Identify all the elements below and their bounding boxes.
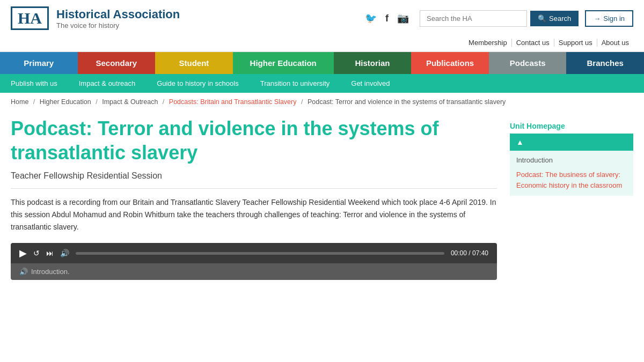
org-tagline: The voice for history — [56, 21, 180, 29]
audio-time-sep: / — [469, 249, 472, 257]
sign-in-icon: → — [594, 14, 601, 23]
nav-historian[interactable]: Historian — [334, 52, 412, 74]
sidebar-toggle-button[interactable]: ▲ — [510, 134, 633, 151]
breadcrumb-sep-3: / — [163, 98, 164, 106]
search-btn-label: Search — [549, 14, 571, 23]
search-area: 🔍 Search → Sign in — [420, 10, 633, 27]
logo-text: HA — [18, 9, 42, 27]
breadcrumb: Home / Higher Education / Impact & Outre… — [0, 93, 644, 111]
nav-student[interactable]: Student — [155, 52, 233, 74]
header: HA Historical Association The voice for … — [0, 0, 644, 52]
breadcrumb-sep-4: / — [301, 98, 303, 106]
utility-about[interactable]: About us — [597, 39, 633, 47]
sub-nav-transition[interactable]: Transition to university — [250, 74, 341, 93]
breadcrumb-higher-ed[interactable]: Higher Education — [40, 98, 91, 106]
chevron-up-icon: ▲ — [516, 138, 524, 146]
sign-in-button[interactable]: → Sign in — [585, 10, 633, 27]
page-subtitle: Teacher Fellowship Residential Session — [11, 171, 497, 189]
main-content: Podcast: Terror and violence in the syst… — [11, 116, 497, 280]
sub-nav-impact[interactable]: Impact & outreach — [68, 74, 147, 93]
facebook-icon[interactable]: f — [385, 13, 389, 24]
utility-support[interactable]: Support us — [554, 39, 597, 47]
body-text: This podcast is a recording from our Bri… — [11, 196, 497, 233]
twitter-icon[interactable]: 🐦 — [365, 12, 377, 24]
org-name: Historical Association — [56, 8, 180, 21]
social-icons: 🐦 f 📷 — [365, 12, 409, 24]
breadcrumb-sep-2: / — [96, 98, 97, 106]
audio-player: ▶ ↺ ⏭ 🔊 00:00 / 07:40 — [11, 243, 497, 263]
rewind-button[interactable]: ↺ — [33, 249, 40, 257]
caption-icon: 🔊 — [19, 268, 28, 276]
sidebar-podcast-link[interactable]: Podcast: The business of slavery: Econom… — [516, 169, 627, 190]
volume-button[interactable]: 🔊 — [60, 249, 69, 257]
audio-time: 00:00 / 07:40 — [451, 249, 488, 257]
page-title: Podcast: Terror and violence in the syst… — [11, 116, 497, 165]
logo-area: HA Historical Association The voice for … — [11, 6, 365, 30]
breadcrumb-home[interactable]: Home — [11, 98, 28, 106]
nav-higher-education[interactable]: Higher Education — [233, 52, 334, 74]
sub-nav-guide[interactable]: Guide to history in schools — [146, 74, 249, 93]
utility-membership[interactable]: Membership — [464, 39, 512, 47]
utility-nav: Membership Contact us Support us About u… — [0, 36, 644, 51]
nav-primary[interactable]: Primary — [0, 52, 78, 74]
utility-contact[interactable]: Contact us — [512, 39, 554, 47]
sub-nav-publish[interactable]: Publish with us — [0, 74, 68, 93]
audio-caption: 🔊 Introduction. — [11, 263, 497, 280]
page-content: Podcast: Terror and violence in the syst… — [0, 111, 644, 285]
unit-homepage-link[interactable]: Unit Homepage — [510, 119, 633, 134]
caption-text: Introduction. — [31, 268, 70, 276]
sidebar-section-title: Introduction — [516, 156, 627, 164]
sub-nav-involved[interactable]: Get involved — [340, 74, 400, 93]
sub-nav: Publish with us Impact & outreach Guide … — [0, 74, 644, 93]
audio-current-time: 00:00 — [451, 249, 467, 257]
logo-box: HA — [11, 6, 49, 30]
breadcrumb-impact[interactable]: Impact & Outreach — [102, 98, 158, 106]
search-icon: 🔍 — [538, 14, 546, 23]
audio-player-container: ▶ ↺ ⏭ 🔊 00:00 / 07:40 🔊 Introduction. — [11, 243, 497, 280]
logo-text-area: Historical Association The voice for his… — [56, 8, 180, 29]
search-input[interactable] — [420, 10, 527, 27]
search-button[interactable]: 🔍 Search — [530, 11, 579, 26]
skip-button[interactable]: ⏭ — [46, 249, 54, 257]
breadcrumb-sep-1: / — [33, 98, 35, 106]
audio-total-time: 07:40 — [472, 249, 488, 257]
sidebar: Unit Homepage ▲ Introduction Podcast: Th… — [510, 116, 633, 280]
sidebar-section: Introduction Podcast: The business of sl… — [510, 151, 633, 196]
nav-branches[interactable]: Branches — [566, 52, 644, 74]
nav-publications[interactable]: Publications — [411, 52, 489, 74]
nav-podcasts[interactable]: Podcasts — [489, 52, 567, 74]
nav-secondary[interactable]: Secondary — [78, 52, 156, 74]
breadcrumb-podcasts[interactable]: Podcasts: Britain and Transatlantic Slav… — [169, 98, 297, 106]
main-nav: Primary Secondary Student Higher Educati… — [0, 52, 644, 74]
breadcrumb-current: Podcast: Terror and violence in the syst… — [308, 98, 506, 106]
play-button[interactable]: ▶ — [19, 248, 27, 258]
sign-in-label: Sign in — [603, 14, 625, 23]
instagram-icon[interactable]: 📷 — [397, 12, 409, 24]
progress-bar[interactable] — [76, 252, 444, 255]
